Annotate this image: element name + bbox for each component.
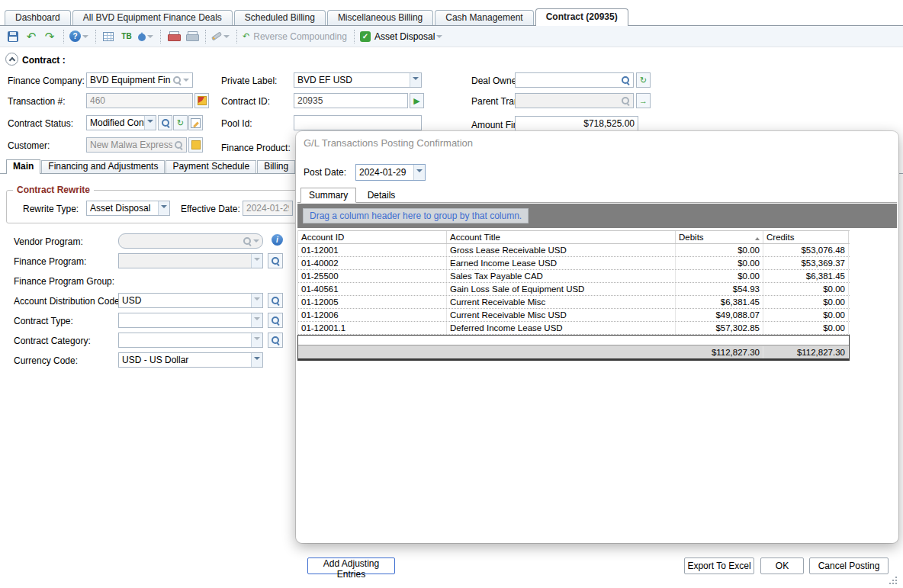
search-icon[interactable] [172,76,182,85]
grid-cell-credits: $0.00 [763,283,849,295]
contract-status-search-button[interactable] [158,115,172,130]
grid-totals-row: $112,827.30 $112,827.30 [298,345,849,358]
help-icon: ? [69,31,81,42]
customer-value: New Malwa Express Inc. [90,140,172,150]
doc-tab-contract[interactable]: Contract (20935) [535,8,628,26]
post-date-select[interactable]: 2024-01-29 [355,164,426,181]
doc-tab-dashboard[interactable]: Dashboard [5,10,71,25]
deal-owner-lookup-button[interactable]: ↻ [636,72,651,88]
undo-button[interactable]: ↶ [23,28,40,45]
account-distribution-search-button[interactable] [268,293,283,308]
save-icon [8,31,18,42]
grid-row[interactable]: 01-40561Gain Loss Sale of Equipment USD$… [298,283,850,296]
save-button[interactable] [5,28,21,45]
print-red-button[interactable] [165,28,182,45]
reverse-compounding-button[interactable]: ↶ Reverse Compounding [241,28,349,45]
customer-note-button[interactable] [188,137,203,153]
currency-code-value: USD - US Dollar [122,355,251,365]
column-header-debits[interactable]: Debits [676,231,763,243]
toolbar-separator [236,30,237,43]
ink-button[interactable] [137,28,155,45]
contract-category-select[interactable] [118,333,263,348]
tab-financing-and-adjustments[interactable]: Financing and Adjustments [41,160,165,173]
amount-financed-field[interactable] [515,116,638,131]
finance-company-field[interactable]: BVD Equipment Finance, I [86,72,193,88]
contract-status-select[interactable]: Modified Contr [86,115,156,130]
contract-category-search-button[interactable] [268,333,283,348]
edit-tools-button[interactable] [210,28,231,45]
contract-category-label: Contract Category: [14,336,91,346]
search-icon[interactable] [621,76,630,85]
grid-row[interactable]: 01-12005Current Receivable Misc$6,381.45… [298,296,850,309]
grid-row[interactable]: 01-12001Gross Lease Receivable USD$0.00$… [298,244,850,257]
toolbar-separator [205,30,206,43]
info-icon[interactable]: i [272,234,283,246]
contract-type-search-button[interactable] [268,313,283,328]
tab-main[interactable]: Main [6,159,40,174]
customer-field[interactable]: New Malwa Express Inc. [86,137,187,153]
grid-row[interactable]: 01-25500Sales Tax Payable CAD$0.00$6,381… [298,270,850,283]
reverse-arrow-icon: ↶ [243,32,249,40]
contract-id-field[interactable] [294,93,408,108]
grid-row[interactable]: 01-12006Current Receivable Misc USD$49,0… [298,309,850,322]
note-icon [191,140,201,149]
doc-tab-miscellaneous-billing[interactable]: Miscellaneous Billing [327,10,433,25]
post-date-value: 2024-01-29 [359,167,413,178]
effective-date-field[interactable] [243,201,293,216]
add-adjusting-entries-button[interactable]: Add Adjusting Entries [307,557,395,574]
rewrite-type-select[interactable]: Asset Disposal [86,201,170,216]
finance-program-select[interactable] [118,253,263,268]
chevron-down-icon [413,165,425,180]
redo-button[interactable]: ↷ [41,28,58,45]
tab-billing[interactable]: Billing [257,160,295,173]
reverse-compounding-label: Reverse Compounding [253,31,347,42]
currency-code-select[interactable]: USD - US Dollar [118,352,263,368]
vendor-program-field[interactable] [118,233,263,249]
deal-owner-field[interactable] [515,72,634,88]
finance-program-search-button[interactable] [268,253,283,268]
ok-button[interactable]: OK [760,557,804,574]
private-label-select[interactable]: BVD EF USD [294,72,422,88]
contract-type-label: Contract Type: [14,316,73,326]
grid-cell-account_id: 01-12001 [298,244,447,256]
contract-status-refresh-button[interactable]: ↻ [173,115,188,130]
column-header-account-title[interactable]: Account Title [447,231,676,243]
help-button[interactable]: ? [68,28,90,45]
rewrite-type-value: Asset Disposal [90,203,158,214]
transaction-number-field[interactable] [86,93,193,108]
parent-transaction-field[interactable] [515,93,634,108]
undo-icon: ↶ [27,31,37,42]
trial-balance-button[interactable]: TB [118,28,135,45]
toolbar-separator [354,30,355,43]
droplet-icon [138,34,146,41]
resize-grip[interactable] [889,577,897,584]
grid-row[interactable]: 01-40002Earned Income Lease USD$0.00$53,… [298,257,850,270]
pool-id-field[interactable] [294,115,422,130]
grid-cell-account_title: Gain Loss Sale of Equipment USD [447,283,676,295]
group-by-bar[interactable]: Drag a column header here to group by th… [297,204,897,228]
doc-tab-all-deals[interactable]: All BVD Equipment Finance Deals [72,10,233,25]
cancel-posting-button[interactable]: Cancel Posting [809,557,889,574]
asset-disposal-label: Asset Disposal [374,31,435,42]
grid-view-button[interactable] [100,28,117,45]
contract-type-select[interactable] [118,313,263,328]
contract-status-edit-button[interactable] [188,115,203,130]
transaction-flag-button[interactable] [194,93,209,108]
parent-transaction-go-button[interactable]: → [636,93,651,108]
doc-tab-cash-management[interactable]: Cash Management [435,10,533,25]
print-button[interactable] [183,28,200,45]
export-to-excel-button[interactable]: Export To Excel [684,557,754,574]
account-distribution-code-select[interactable]: USD [118,293,263,308]
collapse-contract-button[interactable] [5,53,18,66]
asset-disposal-button[interactable]: ✓ Asset Disposal [358,28,444,45]
column-header-credits[interactable]: Credits [763,231,849,243]
tab-details[interactable]: Details [359,188,404,203]
tab-payment-schedule[interactable]: Payment Schedule [165,160,256,173]
contract-id-go-button[interactable]: ▶ [410,93,424,108]
column-header-account-id[interactable]: Account ID [298,231,447,243]
doc-tab-scheduled-billing[interactable]: Scheduled Billing [234,10,326,25]
grid-cell-credits: $0.00 [763,309,849,321]
tab-summary[interactable]: Summary [300,188,356,203]
grid-row[interactable]: 01-12001.1Deferred Income Lease USD$57,3… [298,322,850,335]
document-tab-bar: Dashboard All BVD Equipment Finance Deal… [0,8,903,26]
